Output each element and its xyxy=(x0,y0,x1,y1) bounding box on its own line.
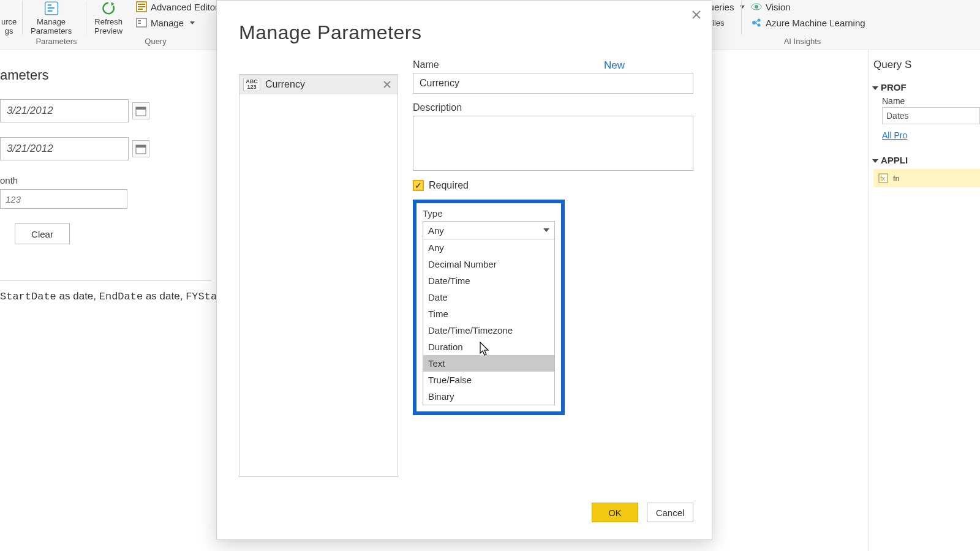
ribbon-advanced-editor[interactable]: Advanced Editor xyxy=(136,1,218,12)
svg-rect-9 xyxy=(138,20,141,21)
svg-rect-25 xyxy=(136,145,146,148)
ribbon-group-parameters: Parameters xyxy=(31,37,82,46)
month-label: onth xyxy=(0,175,205,186)
type-option-date-time[interactable]: Date/Time xyxy=(423,272,554,289)
cancel-button[interactable]: Cancel xyxy=(647,503,693,522)
ribbon-source-label[interactable]: urce gs xyxy=(1,17,17,36)
end-date-calendar-button[interactable] xyxy=(132,140,149,157)
fx-text-1: as date, xyxy=(56,290,99,302)
advanced-editor-icon xyxy=(136,1,147,12)
refresh-icon xyxy=(98,0,119,17)
parameter-item-name: Currency xyxy=(265,79,382,90)
clear-button[interactable]: Clear xyxy=(15,223,70,244)
name-field[interactable] xyxy=(413,73,693,94)
parameter-form: Name Description Required Type Any AnyDe… xyxy=(413,59,693,415)
ribbon-manage[interactable]: Manage xyxy=(136,17,195,28)
required-checkbox[interactable] xyxy=(413,180,424,191)
any-type-icon: ABC 123 xyxy=(243,78,260,91)
close-icon xyxy=(691,9,702,20)
type-option-duration[interactable]: Duration xyxy=(423,339,554,355)
vision-icon xyxy=(751,1,762,12)
parameter-list-item[interactable]: ABC 123 Currency xyxy=(239,75,398,94)
formula-bar-fragment: StartDate as date, EndDate as date, FYSt… xyxy=(0,290,230,302)
description-field-label: Description xyxy=(413,102,693,113)
type-dropdown: AnyDecimal NumberDate/TimeDateTimeDate/T… xyxy=(423,239,555,405)
start-date-calendar-button[interactable] xyxy=(132,102,149,119)
fx-startdate: StartDate xyxy=(0,291,56,302)
manage-icon xyxy=(136,17,147,28)
type-option-date[interactable]: Date xyxy=(423,289,554,305)
type-select[interactable]: Any xyxy=(423,221,555,239)
applied-steps-section[interactable]: APPLI xyxy=(873,155,980,165)
name-field-label: Name xyxy=(413,59,693,70)
applied-step-label: fn xyxy=(893,174,900,183)
type-option-true-false[interactable]: True/False xyxy=(423,372,554,388)
all-properties-link[interactable]: All Pro xyxy=(882,130,980,140)
month-input[interactable] xyxy=(0,189,127,209)
ribbon-vision-label: Vision xyxy=(766,2,791,12)
ribbon-aml-label: Azure Machine Learning xyxy=(766,18,865,28)
ribbon-aml[interactable]: Azure Machine Learning xyxy=(751,17,865,28)
aml-icon xyxy=(751,17,762,28)
fx-text-2: as date, xyxy=(143,290,186,302)
svg-rect-23 xyxy=(136,107,146,110)
close-button[interactable] xyxy=(688,7,704,23)
parameters-icon xyxy=(41,0,62,17)
name-label: Name xyxy=(882,96,980,106)
parameter-list: ABC 123 Currency xyxy=(239,74,398,477)
svg-rect-2 xyxy=(47,7,54,9)
svg-rect-6 xyxy=(138,6,145,7)
svg-rect-3 xyxy=(47,10,52,12)
ok-button[interactable]: OK xyxy=(592,503,638,522)
query-name-input[interactable]: Dates xyxy=(882,107,980,124)
type-123: 123 xyxy=(247,84,256,90)
ribbon-parameters-label: Manage Parameters xyxy=(31,17,72,36)
svg-rect-10 xyxy=(138,23,141,24)
required-label: Required xyxy=(429,180,469,191)
query-settings-title: Query S xyxy=(873,59,980,71)
ribbon-advanced-editor-label: Advanced Editor xyxy=(151,2,218,12)
manage-parameters-dialog: Manage Parameters New ABC 123 Currency N… xyxy=(216,0,712,540)
properties-section[interactable]: PROF xyxy=(873,82,980,92)
ribbon-preview-label: Refresh Preview xyxy=(94,17,123,36)
type-field-label: Type xyxy=(423,208,555,219)
type-option-date-time-timezone[interactable]: Date/Time/Timezone xyxy=(423,322,554,339)
description-field[interactable] xyxy=(413,116,693,171)
ribbon-manage-parameters[interactable]: Manage Parameters xyxy=(31,0,72,36)
svg-rect-7 xyxy=(138,9,143,10)
fx-icon: fx xyxy=(878,173,888,183)
type-option-any[interactable]: Any xyxy=(423,239,554,256)
caret-down-icon xyxy=(872,86,878,90)
properties-label: PROF xyxy=(881,82,907,92)
ribbon-vision[interactable]: Vision xyxy=(751,1,791,12)
applied-steps-label: APPLI xyxy=(881,155,908,165)
fx-enddate: EndDate xyxy=(99,291,143,302)
ribbon-group-ai: AI Insights xyxy=(766,37,839,46)
delete-parameter-button[interactable] xyxy=(382,79,393,90)
type-option-text[interactable]: Text xyxy=(423,355,554,372)
ribbon-iles-fragment: iles xyxy=(712,18,725,28)
type-option-binary[interactable]: Binary xyxy=(423,388,554,405)
horizontal-divider xyxy=(0,280,211,281)
close-icon xyxy=(383,80,391,89)
svg-point-20 xyxy=(758,19,761,22)
svg-text:fx: fx xyxy=(880,175,885,182)
calendar-icon xyxy=(135,143,146,154)
chevron-down-icon xyxy=(543,228,549,232)
svg-point-18 xyxy=(755,5,758,9)
end-date-input[interactable] xyxy=(0,137,129,160)
applied-step-item[interactable]: fx fn xyxy=(873,169,980,187)
ribbon-refresh-preview[interactable]: Refresh Preview xyxy=(94,0,123,36)
svg-rect-1 xyxy=(47,4,51,6)
svg-rect-5 xyxy=(138,4,145,5)
parameters-panel-title: ameters xyxy=(0,67,205,83)
calendar-icon xyxy=(135,105,146,116)
start-date-input[interactable] xyxy=(0,99,129,122)
ribbon-manage-label: Manage xyxy=(151,18,184,28)
type-highlight-box: Type Any AnyDecimal NumberDate/TimeDateT… xyxy=(413,200,565,415)
parameters-side-panel: ameters onth Clear StartDate as date, En… xyxy=(0,50,211,551)
chevron-down-icon xyxy=(190,21,195,24)
dialog-title: Manage Parameters xyxy=(239,21,421,44)
type-option-decimal-number[interactable]: Decimal Number xyxy=(423,256,554,272)
type-option-time[interactable]: Time xyxy=(423,305,554,322)
